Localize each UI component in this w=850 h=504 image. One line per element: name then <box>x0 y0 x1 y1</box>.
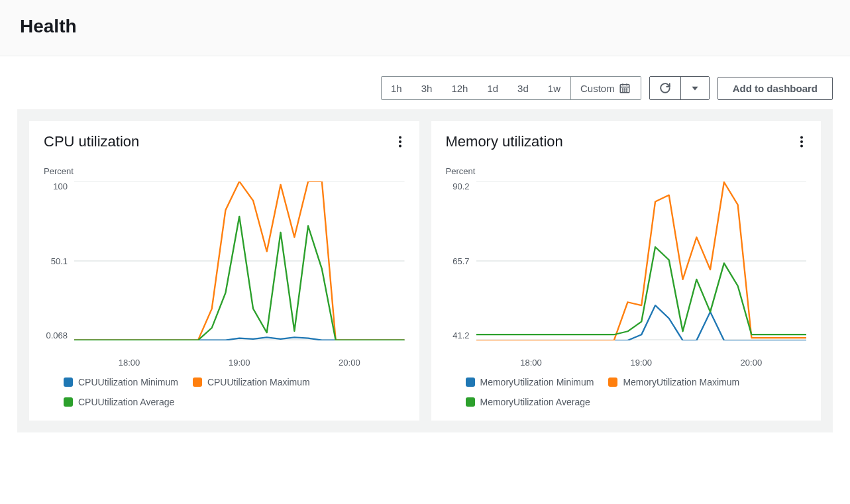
y-tick: 100 <box>53 181 68 191</box>
chart-card-header: CPU utilization <box>44 133 405 153</box>
legend-label: CPUUtilization Minimum <box>78 377 178 387</box>
time-range-1h[interactable]: 1h <box>382 77 412 99</box>
legend-item[interactable]: CPUUtilization Maximum <box>193 377 310 387</box>
y-axis-label: Percent <box>44 166 405 176</box>
y-tick: 41.2 <box>452 330 469 340</box>
svg-point-7 <box>622 91 623 91</box>
legend-label: MemoryUtilization Maximum <box>623 377 739 387</box>
x-tick: 20:00 <box>339 358 360 368</box>
svg-point-9 <box>626 91 627 91</box>
svg-point-12 <box>399 145 401 148</box>
svg-point-8 <box>624 91 625 91</box>
time-range-12h[interactable]: 12h <box>442 77 478 99</box>
legend-item[interactable]: MemoryUtilization Minimum <box>466 377 594 387</box>
kebab-icon <box>398 136 402 148</box>
x-tick: 19:00 <box>229 358 250 368</box>
refresh-button-group <box>649 76 710 100</box>
time-range-group: 1h3h12h1d3d1wCustom <box>381 76 641 100</box>
plot-svg-wrap <box>476 181 807 354</box>
chart-menu-button[interactable] <box>396 133 405 153</box>
chart-legend: MemoryUtilization MinimumMemoryUtilizati… <box>446 377 807 407</box>
chart-legend: CPUUtilization MinimumCPUUtilization Max… <box>44 377 405 407</box>
svg-point-10 <box>399 136 401 139</box>
series-line <box>74 217 405 340</box>
svg-point-11 <box>399 140 401 143</box>
time-range-1d[interactable]: 1d <box>478 77 508 99</box>
legend-item[interactable]: MemoryUtilization Average <box>466 397 590 407</box>
legend-swatch <box>608 378 617 387</box>
series-line <box>476 247 807 334</box>
plot-area: 10050.10.068 <box>44 181 405 354</box>
chart-menu-button[interactable] <box>797 133 806 153</box>
x-tick: 20:00 <box>741 358 763 368</box>
calendar-icon <box>619 82 631 94</box>
kebab-icon <box>800 136 804 148</box>
x-tick: 19:00 <box>630 358 652 368</box>
caret-down-icon <box>690 83 700 93</box>
x-tick: 18:00 <box>119 358 140 368</box>
refresh-icon <box>659 82 671 94</box>
plot-svg-wrap <box>74 181 405 354</box>
legend-item[interactable]: CPUUtilization Average <box>64 397 174 407</box>
add-to-dashboard-button[interactable]: Add to dashboard <box>717 77 833 100</box>
refresh-dropdown-button[interactable] <box>680 77 709 99</box>
svg-point-13 <box>800 136 803 139</box>
charts-container: CPU utilizationPercent10050.10.06818:001… <box>17 109 833 432</box>
time-range-custom[interactable]: Custom <box>570 77 641 99</box>
legend-swatch <box>193 378 202 387</box>
legend-swatch <box>466 378 475 387</box>
svg-point-6 <box>626 89 627 89</box>
svg-point-4 <box>622 89 623 89</box>
time-range-1w[interactable]: 1w <box>539 77 570 99</box>
svg-point-15 <box>800 145 803 148</box>
legend-swatch <box>64 397 73 407</box>
chart-card: Memory utilizationPercent90.265.741.218:… <box>431 121 822 421</box>
y-ticks: 10050.10.068 <box>44 181 74 340</box>
legend-label: CPUUtilization Maximum <box>207 377 310 387</box>
time-range-custom-label: Custom <box>580 83 615 94</box>
y-axis-label: Percent <box>446 166 807 176</box>
refresh-button[interactable] <box>650 77 680 99</box>
y-tick: 65.7 <box>452 256 469 266</box>
legend-label: MemoryUtilization Average <box>480 397 590 407</box>
x-tick: 18:00 <box>520 358 542 368</box>
chart-card: CPU utilizationPercent10050.10.06818:001… <box>29 121 419 421</box>
y-tick: 50.1 <box>51 256 68 266</box>
svg-point-5 <box>624 89 625 89</box>
chart-card-header: Memory utilization <box>446 133 807 153</box>
y-tick: 90.2 <box>452 181 469 191</box>
legend-swatch <box>64 378 73 387</box>
legend-label: CPUUtilization Average <box>78 397 174 407</box>
plot-area: 90.265.741.2 <box>446 181 807 354</box>
time-range-3h[interactable]: 3h <box>412 77 443 99</box>
page-title: Health <box>20 16 830 37</box>
legend-item[interactable]: CPUUtilization Minimum <box>64 377 178 387</box>
line-chart <box>74 181 405 340</box>
time-range-3d[interactable]: 3d <box>508 77 539 99</box>
line-chart <box>476 181 807 340</box>
page-header: Health <box>0 0 850 56</box>
chart-title: Memory utilization <box>446 133 563 150</box>
chart-title: CPU utilization <box>44 133 139 150</box>
legend-swatch <box>466 397 475 407</box>
legend-label: MemoryUtilization Minimum <box>480 377 594 387</box>
x-ticks: 18:0019:0020:00 <box>44 358 405 368</box>
y-tick: 0.068 <box>46 330 68 340</box>
toolbar: 1h3h12h1d3d1wCustom Add to dashboard <box>0 56 850 109</box>
legend-item[interactable]: MemoryUtilization Maximum <box>608 377 739 387</box>
x-ticks: 18:0019:0020:00 <box>446 358 807 368</box>
svg-point-14 <box>800 140 803 143</box>
y-ticks: 90.265.741.2 <box>446 181 476 340</box>
